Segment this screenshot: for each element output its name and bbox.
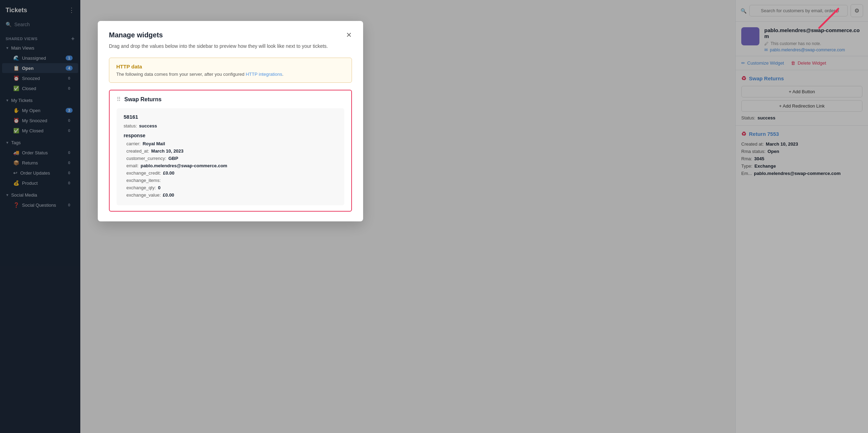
http-data-desc: The following data comes from your serve… (116, 72, 345, 77)
field-exchange-credit: exchange_credit: £0.00 (124, 170, 337, 176)
field-email: email: pablo.melendres@swap-commerce.com (124, 163, 337, 168)
widget-status-row: status: success (124, 123, 337, 129)
widget-id: 58161 (124, 114, 337, 120)
widget-fields-list: carrier: Royal Mail created_at: March 10… (124, 141, 337, 198)
field-created-at: created_at: March 10, 2023 (124, 148, 337, 154)
modal-header: Manage widgets ✕ (109, 31, 352, 39)
field-exchange-items: exchange_items: (124, 178, 337, 183)
field-exchange-value: exchange_value: £0.00 (124, 192, 337, 198)
modal-title: Manage widgets (109, 31, 163, 39)
widget-section: ⠿ Swap Returns 58161 status: success res… (109, 90, 352, 212)
manage-widgets-modal: Manage widgets ✕ Drag and drop the value… (98, 21, 363, 221)
field-customer-currency: customer_currency: GBP (124, 156, 337, 161)
http-integrations-link[interactable]: HTTP integrations (246, 72, 282, 77)
widget-section-header: ⠿ Swap Returns (117, 96, 344, 103)
field-exchange-qty: exchange_qty: 0 (124, 185, 337, 190)
response-label: response (124, 133, 337, 138)
modal-overlay[interactable]: Manage widgets ✕ Drag and drop the value… (0, 0, 868, 433)
modal-subtitle: Drag and drop the values below into the … (109, 43, 352, 50)
widget-section-title: Swap Returns (124, 96, 162, 103)
drag-icon: ⠿ (117, 96, 121, 103)
field-carrier: carrier: Royal Mail (124, 141, 337, 146)
http-data-title: HTTP data (116, 64, 345, 69)
main-content: Manage widgets ✕ Drag and drop the value… (80, 0, 735, 433)
widget-data-block: 58161 status: success response carrier: … (117, 108, 344, 205)
http-data-box: HTTP data The following data comes from … (109, 58, 352, 83)
modal-close-button[interactable]: ✕ (346, 31, 352, 39)
